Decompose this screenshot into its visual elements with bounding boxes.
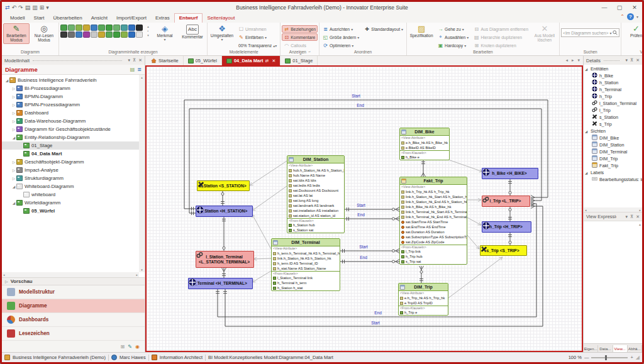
pruefen-button[interactable]: ✓ Prüfen (623, 23, 642, 39)
create-tool-icon-4[interactable] (83, 25, 90, 31)
gehe-zu-button[interactable]: → Gehe zu ▾ (436, 25, 470, 33)
sidebar-nav-modellstruktur[interactable]: Modellstruktur (2, 285, 145, 299)
tree-item-business-intelligence-fahrradverleih[interactable]: ◢Business Intelligence Fahrradverleih (2, 76, 145, 84)
tree-expanded-icon[interactable]: ◢ (11, 184, 16, 189)
reference-line[interactable] (253, 258, 271, 259)
create-tool-icon-17[interactable] (98, 31, 105, 38)
edit-icon[interactable]: ✎ (128, 344, 132, 350)
create-tool-icon-6[interactable] (98, 25, 105, 31)
user-presence-icon[interactable]: ◉ (135, 344, 140, 350)
tree-collapsed-icon[interactable]: ▷ (11, 102, 16, 107)
tree-vertical-scrollbar[interactable]: ▴▾ (139, 75, 145, 272)
bearbeiten-modus-button[interactable]: ✎ Bearbeiten Modus (3, 23, 30, 44)
tree-expanded-icon[interactable]: ◢ (11, 135, 16, 140)
auswaehlen-button[interactable]: ⌖ Auswählen ▾ (436, 33, 470, 41)
create-tool-icon-16[interactable] (91, 31, 97, 38)
details-item-h-bike[interactable]: h_Bike (584, 72, 642, 79)
view-box-dim_station[interactable]: DIM_Station<View-Attribute>hub.h_Station… (287, 155, 345, 233)
undo-icon[interactable]: ↶ (12, 4, 17, 11)
reference-line[interactable] (467, 218, 481, 225)
details-item-fakt-trip[interactable]: Fakt_Trip (584, 162, 642, 169)
details-section-entit-ten[interactable]: ◢Entitäten (584, 65, 642, 72)
create-tool-icon-8[interactable] (113, 25, 120, 31)
view-box-fakt_trip[interactable]: Fakt_Trip<View-Attribute>link.h_Trip_hk … (399, 177, 467, 265)
create-tool-icon-11[interactable] (136, 25, 143, 31)
details-dropdown-icon[interactable]: ▾ (625, 58, 628, 63)
ribbon-tab-start[interactable]: Start (30, 14, 49, 23)
entity-node-s_station[interactable]: s_Station <S_STATION> (197, 180, 250, 191)
view-box-dim_bike[interactable]: DIM_Bike<View-Attribute>e.h_Bike_hk AS h… (399, 128, 450, 160)
tree-item-data-warehouse-diagramm[interactable]: ▷Data-Warehouse-Diagramm (2, 117, 145, 125)
document-tab-04-data-mart[interactable]: 04_Data Mart⇄✕ (222, 56, 280, 65)
details-item-dim-station[interactable]: DIM_Station (584, 141, 642, 148)
create-tool-icon-7[interactable] (106, 25, 113, 31)
standardlayout-button[interactable]: ✚ Standardlayout ▾ (362, 25, 405, 33)
relationship-connector[interactable] (184, 100, 548, 209)
optimieren-button[interactable]: ⟳ Optimieren ▾ (321, 41, 361, 49)
details-item-dim-trip[interactable]: DIM_Trip (584, 155, 642, 162)
qat-more-icon[interactable]: ▾ (46, 4, 49, 11)
zoom-slider[interactable] (591, 357, 628, 358)
details-item-l-station-terminal[interactable]: l_Station_Terminal (584, 100, 642, 107)
kommentar-button[interactable]: Abc Kommentar (179, 23, 206, 40)
reference-line[interactable] (250, 161, 287, 185)
tree-collapsed-icon[interactable]: ▷ (11, 176, 16, 180)
panel-dropdown-icon[interactable]: ▾ (128, 58, 130, 63)
diagram-search-input[interactable]: <Im Diagramm suchen> ▾ (561, 28, 620, 37)
details-close-icon[interactable]: ✕ (636, 58, 640, 63)
entity-node-l_trip[interactable]: l_Trip <L_TRIP> (482, 196, 530, 207)
tree-item-bpmn-diagramm[interactable]: ▷BPMN-Diagramm (2, 92, 145, 101)
details-item-h-trip[interactable]: h_Trip (584, 93, 642, 100)
tree-item-dashboard[interactable]: ▷Dashboard (2, 109, 145, 117)
create-tool-icon-14[interactable] (75, 31, 82, 38)
document-tab-startseite[interactable]: Startseite (147, 56, 184, 65)
search-dropdown-icon[interactable]: ▾ (609, 31, 611, 35)
einfaerben-button[interactable]: ✎ Einfärben ▾ (236, 33, 279, 41)
reference-line[interactable] (252, 214, 271, 249)
create-tool-icon-18[interactable] (106, 31, 113, 38)
tree-expanded-icon[interactable]: ◢ (4, 78, 9, 82)
new-diagram-icon[interactable]: ▤ (130, 67, 135, 72)
viewer-close-icon[interactable]: ✕ (636, 214, 640, 219)
ribbon-tab-extras[interactable]: Extras (151, 14, 174, 23)
tab-close-icon[interactable]: ✕ (272, 58, 275, 63)
viewer-dropdown-icon[interactable]: ▾ (625, 214, 628, 219)
zoom-out-button[interactable]: — (584, 355, 589, 360)
tree-item-05-w-rfel[interactable]: 05_Würfel (2, 207, 145, 215)
paste-icon[interactable]: ▥ (32, 4, 38, 11)
details-item-dim-terminal[interactable]: DIM_Terminal (584, 148, 642, 155)
hierarchie-duplizieren-button[interactable]: ▤ Hierarchie duplizieren (472, 33, 530, 41)
ribbon-tab-import-export[interactable]: Import/Export (112, 14, 151, 23)
entity-node-l_station_terminal[interactable]: l_Station_Terminal <L_STATION_TERMINAL> (196, 251, 254, 268)
tree-item-whiteboard[interactable]: whiteboard (2, 190, 145, 199)
tree-item-impact-analyse[interactable]: ▷Impact-Analyse (2, 166, 145, 174)
panel-pin-icon[interactable]: ⊼ (133, 58, 136, 63)
details-item-s-trip[interactable]: s_Trip (584, 121, 642, 128)
tab-scroll-controls[interactable]: ◂ ▸ ▾ (566, 58, 581, 63)
properties-icon[interactable]: ⊞ (121, 344, 125, 350)
entity-node-h_terminal[interactable]: h_Terminal <H_TERMINAL> (188, 278, 253, 289)
create-tool-icon-2[interactable] (68, 25, 75, 31)
close-button[interactable]: ✕ (627, 3, 642, 13)
sync-icon[interactable]: ⇄ (5, 4, 10, 11)
ribbon-tab-entwurf[interactable]: Entwurf (174, 13, 203, 23)
umrahmen-checkbox[interactable]: ☐ Umrahmen (236, 25, 279, 33)
tree-item-04-data-mart[interactable]: 04_Data Mart (2, 150, 145, 158)
details-tab-eigen-[interactable]: Eigen... (584, 345, 598, 352)
status-role[interactable]: Information Architect (160, 355, 203, 360)
search-icon[interactable] (613, 30, 618, 35)
document-tab-05-w-rfel[interactable]: 05_Würfel (184, 56, 222, 65)
tree-collapsed-icon[interactable]: ▷ (11, 127, 16, 131)
details-item-l-trip[interactable]: l_Trip (584, 107, 642, 114)
dialog-launcher-icon[interactable]: ⌐ (308, 49, 311, 55)
print-icon[interactable]: ⊞ (40, 4, 45, 11)
minimize-button[interactable]: — (597, 3, 612, 13)
ribbon-tab--berarbeiten[interactable]: Überarbeiten (48, 14, 86, 23)
merkmal-button[interactable]: ◈ Merkmal ▾ (152, 23, 178, 43)
copy-icon[interactable]: ▤ (25, 4, 31, 11)
create-tool-icon-19[interactable] (113, 31, 120, 38)
create-tool-icon-3[interactable] (75, 25, 82, 31)
tree-collapsed-icon[interactable]: ▷ (11, 94, 16, 99)
entity-node-s_trip[interactable]: s_Trip <S_TRIP> (480, 245, 527, 256)
reference-line[interactable] (252, 186, 287, 211)
